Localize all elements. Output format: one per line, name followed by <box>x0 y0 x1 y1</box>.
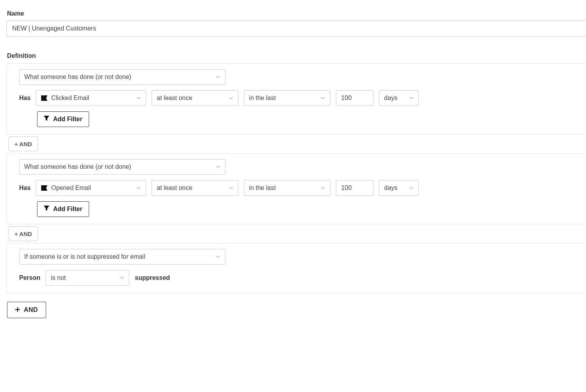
metric-select[interactable]: Clicked Email <box>36 90 146 106</box>
caret-down-icon <box>321 186 325 190</box>
add-filter-label: Add Filter <box>53 206 82 213</box>
is-operator-select[interactable]: is not <box>46 270 129 286</box>
count-operator-value: at least once <box>157 95 192 102</box>
time-unit-value: days <box>384 95 397 102</box>
flag-icon <box>41 185 47 191</box>
add-and-button[interactable]: AND <box>7 302 46 318</box>
caret-down-icon <box>409 186 414 190</box>
and-connector: + AND <box>6 134 586 153</box>
condition-type-value: If someone is or is not suppressed for e… <box>24 253 145 260</box>
time-unit-value: days <box>384 184 397 192</box>
time-unit-select[interactable]: days <box>379 90 419 106</box>
count-operator-select[interactable]: at least once <box>152 90 238 106</box>
caret-down-icon <box>136 186 141 190</box>
condition-type-select[interactable]: What someone has done (or not done) <box>19 69 225 85</box>
caret-down-icon <box>229 97 233 100</box>
time-range-select[interactable]: in the last <box>244 180 331 196</box>
condition-type-select[interactable]: If someone is or is not suppressed for e… <box>19 249 225 265</box>
add-filter-button[interactable]: Add Filter <box>37 201 89 217</box>
add-filter-button[interactable]: Add Filter <box>37 111 89 127</box>
metric-select[interactable]: Opened Email <box>36 180 146 196</box>
and-pill[interactable]: + AND <box>9 226 38 241</box>
time-range-value: in the last <box>249 184 275 192</box>
time-unit-select[interactable]: days <box>379 180 419 196</box>
name-input[interactable] <box>6 20 586 37</box>
rule-card: What someone has done (or not done) Has … <box>6 153 586 224</box>
condition-type-select[interactable]: What someone has done (or not done) <box>19 159 225 175</box>
metric-value: Clicked Email <box>51 95 89 102</box>
flag-icon <box>41 95 47 101</box>
and-pill[interactable]: + AND <box>9 136 38 151</box>
caret-down-icon <box>216 75 220 79</box>
person-label: Person <box>19 274 40 281</box>
add-and-label: AND <box>24 306 38 313</box>
time-range-select[interactable]: in the last <box>244 90 331 106</box>
caret-down-icon <box>216 165 220 168</box>
condition-type-value: What someone has done (or not done) <box>24 73 131 81</box>
time-value-input[interactable] <box>336 90 373 106</box>
condition-type-value: What someone has done (or not done) <box>24 163 131 170</box>
plus-icon <box>15 306 20 313</box>
time-value-input[interactable] <box>336 180 373 196</box>
name-label: Name <box>7 10 586 17</box>
is-operator-value: is not <box>51 274 66 281</box>
and-connector: + AND <box>6 224 586 243</box>
time-range-value: in the last <box>249 95 275 102</box>
suppressed-label: suppressed <box>135 274 170 281</box>
metric-value: Opened Email <box>51 184 91 192</box>
definition-label: Definition <box>7 52 586 59</box>
caret-down-icon <box>321 97 325 100</box>
has-label: Has <box>19 95 30 102</box>
funnel-icon <box>44 206 49 213</box>
has-label: Has <box>19 184 30 192</box>
count-operator-select[interactable]: at least once <box>152 180 238 196</box>
caret-down-icon <box>409 97 414 100</box>
caret-down-icon <box>229 186 233 190</box>
caret-down-icon <box>216 255 220 258</box>
count-operator-value: at least once <box>157 184 192 192</box>
caret-down-icon <box>136 97 141 100</box>
rule-card: What someone has done (or not done) Has … <box>6 63 586 134</box>
rule-card: If someone is or is not suppressed for e… <box>6 243 586 293</box>
caret-down-icon <box>120 276 124 279</box>
add-filter-label: Add Filter <box>53 116 82 123</box>
funnel-icon <box>44 116 49 123</box>
